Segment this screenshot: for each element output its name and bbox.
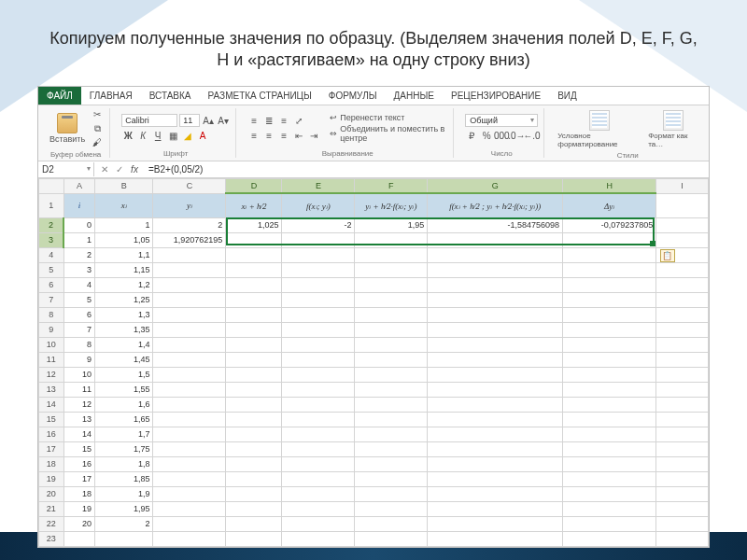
cell[interactable] <box>355 501 428 516</box>
cell[interactable]: 1,9 <box>95 486 153 501</box>
align-center-icon[interactable]: ≡ <box>262 129 275 142</box>
col-F[interactable]: F <box>355 178 428 193</box>
cell[interactable] <box>282 501 355 516</box>
cell[interactable] <box>563 531 656 546</box>
cell[interactable] <box>226 247 282 262</box>
cell[interactable] <box>153 441 226 456</box>
cell[interactable] <box>226 322 282 337</box>
row-19[interactable]: 19 <box>39 471 64 486</box>
cell[interactable]: 15 <box>63 441 94 456</box>
format-table-button[interactable]: Формат как та… <box>646 108 699 150</box>
cell[interactable]: 1 <box>95 217 153 232</box>
col-H[interactable]: H <box>563 178 656 193</box>
cell[interactable] <box>563 516 656 531</box>
row-2[interactable]: 2 <box>39 217 64 232</box>
cell[interactable] <box>226 337 282 352</box>
cell[interactable] <box>563 232 656 247</box>
cell[interactable] <box>282 441 355 456</box>
cell[interactable] <box>282 382 355 397</box>
cell[interactable]: 1,8 <box>95 456 153 471</box>
cell[interactable]: -0,079237805 <box>563 217 656 232</box>
cell[interactable] <box>656 427 709 441</box>
cell[interactable] <box>226 456 282 471</box>
cell[interactable] <box>355 471 428 486</box>
col-B[interactable]: B <box>95 178 153 193</box>
cell[interactable] <box>282 486 355 501</box>
cell[interactable]: 10 <box>63 367 94 382</box>
row-8[interactable]: 8 <box>39 307 64 322</box>
cell[interactable] <box>428 486 563 501</box>
cell[interactable] <box>563 367 656 382</box>
row-13[interactable]: 13 <box>39 382 64 397</box>
cell[interactable]: 1,15 <box>95 262 153 277</box>
cell[interactable] <box>226 427 282 441</box>
row-9[interactable]: 9 <box>39 322 64 337</box>
cell[interactable] <box>656 322 709 337</box>
cell[interactable] <box>226 486 282 501</box>
cell[interactable]: 3 <box>63 262 94 277</box>
cell[interactable] <box>153 486 226 501</box>
cell[interactable]: 11 <box>63 382 94 397</box>
cell[interactable] <box>563 307 656 322</box>
row-20[interactable]: 20 <box>39 486 64 501</box>
cell[interactable] <box>656 486 709 501</box>
inc-dec-icon[interactable]: .0→ <box>510 129 523 142</box>
orient-icon[interactable]: ⤢ <box>292 114 305 127</box>
hdr-yhf[interactable]: yᵢ + h⁄2·f(xᵢ; yᵢ) <box>355 193 428 217</box>
cell[interactable] <box>428 441 563 456</box>
cell[interactable]: 17 <box>63 471 94 486</box>
cancel-icon[interactable]: ✕ <box>98 162 111 175</box>
cell[interactable] <box>563 382 656 397</box>
shrink-font-icon[interactable]: A▾ <box>217 114 230 127</box>
cell[interactable] <box>355 307 428 322</box>
formatpainter-icon[interactable]: 🖌 <box>91 136 104 149</box>
cell[interactable] <box>563 412 656 427</box>
cell[interactable] <box>282 262 355 277</box>
cell[interactable] <box>282 277 355 292</box>
cell[interactable] <box>153 247 226 262</box>
cell[interactable] <box>153 456 226 471</box>
cell[interactable] <box>95 531 153 546</box>
cell[interactable] <box>153 397 226 412</box>
row-15[interactable]: 15 <box>39 412 64 427</box>
cell[interactable]: -1,584756098 <box>428 217 563 232</box>
paste-options-button[interactable] <box>660 249 675 262</box>
cell[interactable] <box>428 367 563 382</box>
row-5[interactable]: 5 <box>39 262 64 277</box>
cell[interactable] <box>226 277 282 292</box>
cell[interactable] <box>428 501 563 516</box>
col-I[interactable]: I <box>656 178 709 193</box>
row-18[interactable]: 18 <box>39 456 64 471</box>
cell[interactable] <box>656 382 709 397</box>
hdr-xih2[interactable]: xᵢ + h⁄2 <box>226 193 282 217</box>
cell[interactable] <box>153 337 226 352</box>
cell[interactable] <box>428 352 563 367</box>
cell[interactable]: 9 <box>63 352 94 367</box>
cell[interactable] <box>153 277 226 292</box>
cell[interactable] <box>428 531 563 546</box>
cell[interactable] <box>656 307 709 322</box>
comma-icon[interactable]: 000 <box>495 129 508 142</box>
cell[interactable] <box>563 486 656 501</box>
name-box[interactable]: D2 <box>38 162 94 176</box>
row-1[interactable]: 1 <box>39 193 64 217</box>
cell[interactable]: 1 <box>63 232 94 247</box>
paste-button[interactable]: Вставить <box>48 111 87 146</box>
cell[interactable] <box>428 471 563 486</box>
cell[interactable] <box>428 412 563 427</box>
cell[interactable]: 1,1 <box>95 247 153 262</box>
merge-button[interactable]: ⇔Объединить и поместить в центре <box>330 124 447 143</box>
tab-view[interactable]: ВИД <box>549 87 585 105</box>
col-G[interactable]: G <box>428 178 563 193</box>
row-12[interactable]: 12 <box>39 367 64 382</box>
col-A[interactable]: A <box>63 178 94 193</box>
cell[interactable] <box>428 427 563 441</box>
cell[interactable] <box>153 367 226 382</box>
col-C[interactable]: C <box>153 178 226 193</box>
percent-icon[interactable]: % <box>480 129 493 142</box>
cell[interactable] <box>226 531 282 546</box>
cell[interactable]: 1,5 <box>95 367 153 382</box>
cell[interactable] <box>656 292 709 307</box>
row-4[interactable]: 4 <box>39 247 64 262</box>
cell[interactable]: 20 <box>63 516 94 531</box>
